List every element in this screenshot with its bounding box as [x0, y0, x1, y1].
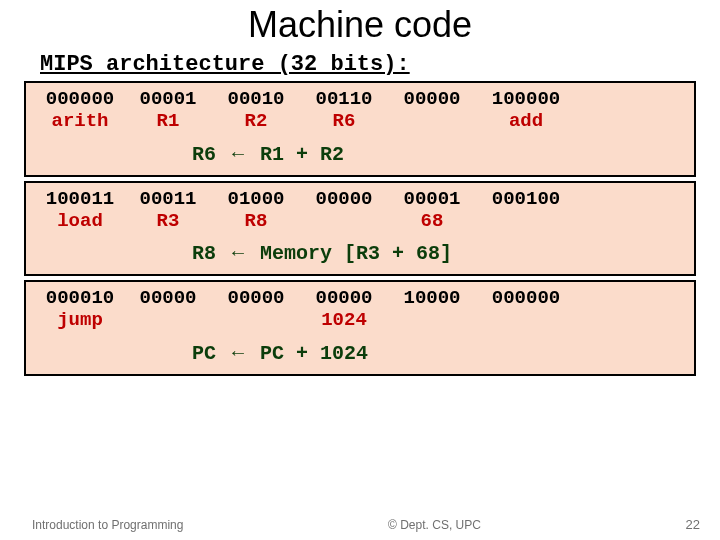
bits-field: 00001	[124, 89, 212, 111]
instruction-box: 00000000001000100011000000100000arithR1R…	[24, 81, 696, 177]
bits-field: 100000	[476, 89, 576, 111]
bits-field: 00011	[124, 189, 212, 211]
instruction-meaning: R8 ← Memory [R3 + 68]	[36, 240, 684, 266]
field-label	[300, 211, 388, 233]
field-label	[212, 310, 300, 332]
footer-center: © Dept. CS, UPC	[388, 518, 481, 532]
bits-field: 00110	[300, 89, 388, 111]
instruction-box: 10001100011010000000000001000100loadR3R8…	[24, 181, 696, 277]
bits-field: 00000	[212, 288, 300, 310]
field-label: 1024	[300, 310, 388, 332]
instruction-meaning: R6 ← R1 + R2	[36, 141, 684, 167]
bits-row: 10001100011010000000000001000100	[36, 189, 684, 211]
field-label	[476, 310, 576, 332]
instruction-box: 00001000000000000000010000000000jump1024…	[24, 280, 696, 376]
bits-field: 01000	[212, 189, 300, 211]
slide-subtitle: MIPS architecture (32 bits):	[40, 52, 720, 77]
bits-field: 10000	[388, 288, 476, 310]
bits-field: 000100	[476, 189, 576, 211]
bits-row: 00000000001000100011000000100000	[36, 89, 684, 111]
slide-title: Machine code	[0, 4, 720, 46]
bits-field: 00000	[388, 89, 476, 111]
field-label: add	[476, 111, 576, 133]
bits-field: 000000	[476, 288, 576, 310]
field-label: arith	[36, 111, 124, 133]
slide-footer: Introduction to Programming © Dept. CS, …	[0, 517, 720, 532]
bits-field: 000000	[36, 89, 124, 111]
bits-row: 00001000000000000000010000000000	[36, 288, 684, 310]
bits-field: 00000	[124, 288, 212, 310]
bits-field: 00001	[388, 189, 476, 211]
bits-field: 100011	[36, 189, 124, 211]
left-arrow-icon: ←	[228, 241, 248, 263]
field-label	[124, 310, 212, 332]
bits-field: 00000	[300, 288, 388, 310]
field-label: R1	[124, 111, 212, 133]
left-arrow-icon: ←	[228, 341, 248, 363]
labels-row: jump1024	[36, 310, 684, 332]
field-label	[476, 211, 576, 233]
field-label	[388, 310, 476, 332]
field-label: 68	[388, 211, 476, 233]
labels-row: loadR3R868	[36, 211, 684, 233]
bits-field: 000010	[36, 288, 124, 310]
field-label: R6	[300, 111, 388, 133]
field-label: load	[36, 211, 124, 233]
field-label	[388, 111, 476, 133]
field-label: R3	[124, 211, 212, 233]
field-label: R8	[212, 211, 300, 233]
bits-field: 00010	[212, 89, 300, 111]
labels-row: arithR1R2R6add	[36, 111, 684, 133]
field-label: R2	[212, 111, 300, 133]
bits-field: 00000	[300, 189, 388, 211]
field-label: jump	[36, 310, 124, 332]
instruction-meaning: PC ← PC + 1024	[36, 340, 684, 366]
page-number: 22	[686, 517, 700, 532]
left-arrow-icon: ←	[228, 142, 248, 164]
footer-left: Introduction to Programming	[32, 518, 183, 532]
